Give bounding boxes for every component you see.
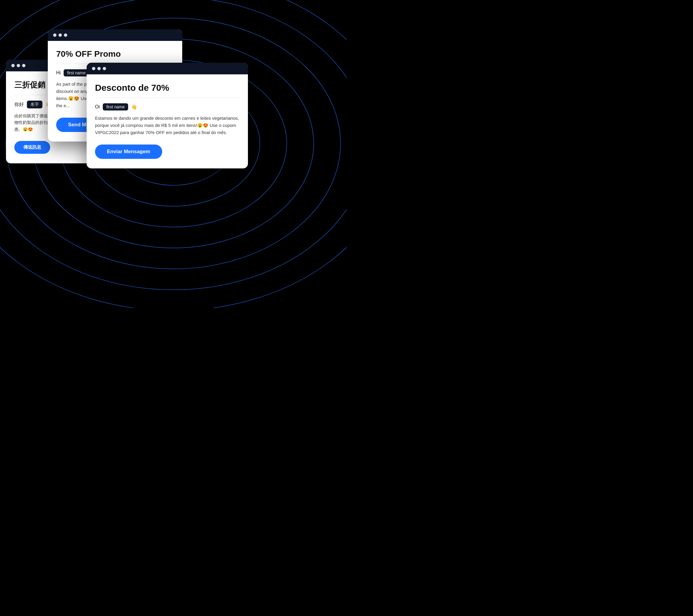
titlebar-dot-3 (64, 34, 67, 37)
titlebar-dot-3 (103, 67, 106, 70)
card-en-titlebar (48, 29, 182, 41)
send-button-pt[interactable]: Enviar Mensagem (95, 145, 162, 159)
greeting-prefix-zh: 你好 (14, 102, 24, 108)
card-pt-body: Estamos te dando um grande desconto em c… (95, 115, 240, 136)
first-name-badge-pt: first name (103, 103, 128, 110)
send-button-zh[interactable]: 傳送訊息 (14, 141, 50, 154)
titlebar-dot-2 (59, 34, 62, 37)
titlebar-dot-1 (11, 64, 15, 67)
titlebar-dot-1 (92, 67, 95, 70)
greeting-emoji-pt: 👋 (131, 104, 137, 110)
titlebar-dot-1 (53, 34, 57, 37)
card-pt-title: Desconto de 70% (95, 83, 240, 93)
card-en-title: 70% OFF Promo (56, 49, 174, 59)
first-name-badge-en: first name (64, 69, 89, 77)
card-portuguese: Desconto de 70% Oi first name 👋 Estamos … (87, 63, 248, 168)
card-pt-greeting: Oi first name 👋 (95, 103, 240, 110)
titlebar-dot-2 (97, 67, 101, 70)
titlebar-dot-3 (22, 64, 25, 67)
first-name-badge-zh: 名字 (27, 101, 42, 108)
greeting-prefix-en: Hi (56, 70, 61, 76)
greeting-prefix-pt: Oi (95, 104, 100, 109)
titlebar-dot-2 (17, 64, 20, 67)
card-pt-titlebar (87, 63, 248, 74)
